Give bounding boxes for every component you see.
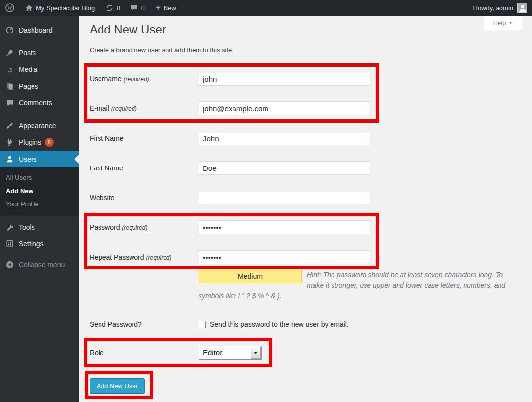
update-count: 8 bbox=[117, 4, 120, 12]
sidebar-item-tools[interactable]: Tools bbox=[0, 219, 79, 235]
role-selected-value: Editor bbox=[203, 348, 222, 357]
pushpin-icon bbox=[4, 48, 15, 57]
updates-indicator[interactable]: 8 bbox=[102, 0, 123, 16]
sidebar-item-label: Settings bbox=[19, 240, 44, 248]
chevron-down-icon bbox=[509, 22, 513, 24]
sidebar-item-label: Appearance bbox=[19, 122, 56, 130]
comment-bubble-icon bbox=[4, 99, 15, 107]
sidebar-item-label: Media bbox=[19, 66, 37, 73]
username-input[interactable] bbox=[199, 72, 370, 86]
page-description: Create a brand new user and add them to … bbox=[90, 46, 233, 54]
help-button[interactable]: Help bbox=[484, 16, 522, 30]
first-name-input[interactable] bbox=[199, 132, 370, 145]
sidebar-item-label: Comments bbox=[19, 99, 52, 107]
sidebar-item-your-profile[interactable]: Your Profile bbox=[0, 198, 79, 211]
sidebar-item-pages[interactable]: Pages bbox=[0, 78, 79, 95]
website-input[interactable] bbox=[199, 191, 370, 204]
repeat-password-input[interactable] bbox=[199, 250, 370, 264]
plus-icon: + bbox=[156, 3, 161, 12]
site-name: My Spectacular Blog bbox=[36, 4, 95, 12]
svg-text:W: W bbox=[7, 5, 12, 11]
sidebar-item-all-users[interactable]: All Users bbox=[0, 171, 79, 184]
sidebar-item-settings[interactable]: Settings bbox=[0, 235, 79, 252]
sliders-icon bbox=[4, 239, 15, 248]
password-strength-meter: Medium bbox=[199, 270, 302, 283]
sidebar-item-label: Dashboard bbox=[19, 26, 53, 34]
wordpress-logo-icon[interactable]: W bbox=[2, 0, 18, 16]
send-password-text: Send this password to the new user by em… bbox=[210, 319, 349, 329]
sidebar-item-label: Users bbox=[19, 155, 37, 163]
new-label: New bbox=[164, 4, 176, 12]
sidebar-item-label: Pages bbox=[19, 82, 38, 90]
send-password-checkbox[interactable] bbox=[199, 321, 206, 328]
new-content-button[interactable]: + New bbox=[153, 0, 179, 16]
sidebar-item-plugins[interactable]: Plugins 8 bbox=[0, 134, 79, 151]
active-menu-arrow bbox=[74, 155, 79, 164]
email-label: E-mail(required) bbox=[90, 101, 196, 116]
sidebar-item-label: Collapse menu bbox=[19, 261, 65, 268]
page-title: Add New User bbox=[90, 23, 166, 36]
repeat-password-label: Repeat Password(required) bbox=[90, 250, 196, 265]
last-name-label: Last Name bbox=[90, 161, 196, 175]
site-name-link[interactable]: My Spectacular Blog bbox=[22, 0, 98, 16]
users-submenu: All Users Add New Your Profile bbox=[0, 168, 79, 216]
comments-indicator[interactable]: 0 bbox=[127, 0, 147, 16]
sidebar-item-comments[interactable]: Comments bbox=[0, 95, 79, 111]
sidebar-item-collapse-menu[interactable]: Collapse menu bbox=[0, 256, 79, 273]
comment-count: 0 bbox=[141, 4, 144, 12]
updates-icon bbox=[105, 4, 114, 12]
password-input[interactable] bbox=[199, 220, 370, 234]
sidebar-item-label: Tools bbox=[19, 223, 35, 231]
password-label: Password(required) bbox=[90, 220, 196, 234]
role-select[interactable]: Editor bbox=[199, 346, 262, 360]
main-content: Help Add New User Create a brand new use… bbox=[79, 16, 532, 402]
send-password-label: Send Password? bbox=[90, 317, 196, 331]
help-label: Help bbox=[493, 19, 506, 27]
collapse-arrow-icon bbox=[4, 260, 15, 269]
last-name-input[interactable] bbox=[199, 161, 370, 175]
sidebar-item-label: Posts bbox=[19, 49, 36, 57]
sidebar-item-dashboard[interactable]: Dashboard bbox=[0, 22, 79, 38]
plugins-update-badge: 8 bbox=[45, 138, 54, 147]
avatar[interactable] bbox=[517, 3, 527, 13]
admin-bar: W My Spectacular Blog 8 0 bbox=[0, 0, 532, 16]
first-name-label: First Name bbox=[90, 132, 196, 145]
username-label: Username(required) bbox=[90, 72, 196, 86]
wrench-icon bbox=[4, 223, 15, 232]
add-new-user-button[interactable]: Add New User bbox=[90, 378, 145, 393]
user-icon bbox=[4, 155, 15, 164]
sidebar-item-posts[interactable]: Posts bbox=[0, 44, 79, 61]
chevron-down-icon[interactable] bbox=[251, 347, 261, 359]
role-label: Role bbox=[90, 346, 196, 360]
password-strength-area: Medium Hint: The password should be at l… bbox=[199, 270, 512, 301]
admin-sidebar: Dashboard Posts ♫ Media Pages bbox=[0, 16, 79, 402]
media-note-icon: ♫ bbox=[4, 66, 15, 73]
paintbrush-icon bbox=[4, 121, 15, 130]
sidebar-item-users[interactable]: Users bbox=[0, 151, 79, 168]
plug-icon bbox=[4, 138, 15, 147]
home-icon bbox=[25, 4, 33, 12]
dashboard-gauge-icon bbox=[4, 26, 15, 34]
sidebar-item-label: Plugins bbox=[19, 138, 41, 146]
pages-stack-icon bbox=[4, 82, 15, 91]
howdy-account-link[interactable]: Howdy, admin bbox=[473, 4, 513, 12]
sidebar-item-media[interactable]: ♫ Media bbox=[0, 61, 79, 78]
sidebar-item-appearance[interactable]: Appearance bbox=[0, 117, 79, 134]
sidebar-item-add-new[interactable]: Add New bbox=[0, 184, 79, 198]
email-input[interactable] bbox=[199, 101, 370, 115]
website-label: Website bbox=[90, 191, 196, 204]
comment-bubble-icon bbox=[130, 4, 138, 12]
